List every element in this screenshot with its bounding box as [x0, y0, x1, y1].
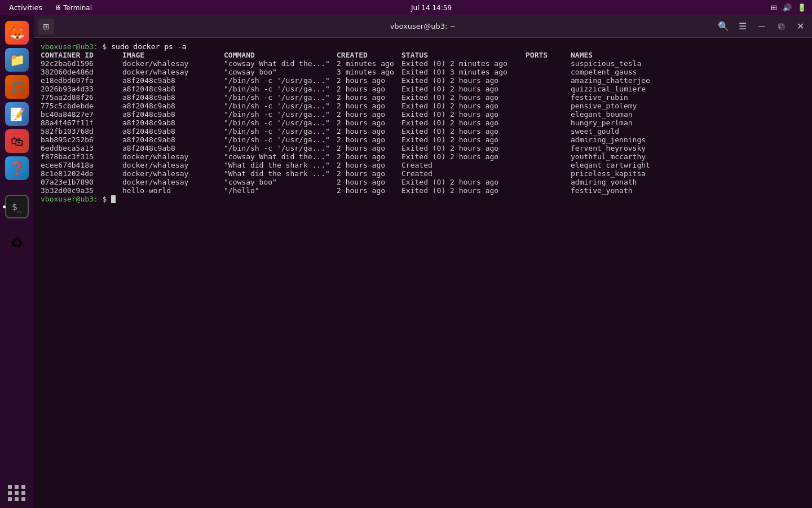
table-row: 6eddbeca5a13 a8f2048c9ab8 "/bin/sh -c '/… — [41, 144, 805, 152]
prompt1: vboxuser@ub3: — [41, 42, 98, 51]
cell-command: "cowsay boo" — [224, 68, 337, 76]
cell-names: elegant_bouman — [571, 110, 805, 119]
command-line: vboxuser@ub3: $ sudo docker ps -a — [41, 42, 805, 51]
cell-ports — [526, 186, 571, 195]
docker-table-header: CONTAINER ID IMAGE COMMAND CREATED STATU… — [41, 51, 805, 59]
dock-help[interactable]: ❓ — [5, 156, 29, 180]
cell-cid: 582fb103768d — [41, 127, 122, 135]
menu-button[interactable]: ☰ — [735, 19, 750, 34]
topbar-right-icons: ⊞ 🔊 🔋 — [771, 3, 806, 12]
table-row: 07a23e1b7890 docker/whalesay "cowsay boo… — [41, 178, 805, 186]
appstore-icon: 🛍 — [11, 134, 23, 148]
table-row: 3b32d00c9a35 hello-world "/hello" 2 hour… — [41, 186, 805, 195]
cell-command: "/hello" — [224, 186, 337, 195]
search-button[interactable]: 🔍 — [716, 19, 731, 34]
cell-status: Exited (0) 2 hours ago — [401, 119, 526, 127]
cell-image: a8f2048c9ab8 — [122, 144, 224, 152]
cell-command: "cowsay boo" — [224, 178, 337, 186]
texteditor-icon: 📝 — [10, 107, 25, 121]
application-dock: 🦊 📁 🎵 📝 🛍 ❓ $_ ♻ — [0, 15, 34, 508]
cell-command: "/bin/sh -c '/usr/ga..." — [224, 119, 337, 127]
terminal-title: vboxuser@ub3: ~ — [390, 22, 456, 30]
cell-created: 3 minutes ago — [337, 68, 401, 76]
dock-trash[interactable]: ♻ — [5, 231, 29, 255]
minimize-button[interactable]: ─ — [754, 19, 769, 34]
cell-ports — [526, 76, 571, 85]
cell-cid: 775aa2d88f26 — [41, 93, 122, 102]
dock-appstore[interactable]: 🛍 — [5, 129, 29, 153]
apps-grid-dot — [21, 497, 25, 501]
terminal-content[interactable]: vboxuser@ub3: $ sudo docker ps -a CONTAI… — [34, 38, 812, 508]
firefox-icon: 🦊 — [10, 26, 25, 40]
table-row: 8c1e812024de docker/whalesay "What did t… — [41, 169, 805, 178]
cell-status: Exited (0) 2 hours ago — [401, 144, 526, 152]
cell-ports — [526, 127, 571, 135]
cell-names: priceless_kapitsa — [571, 169, 805, 178]
cell-command: "What did the shark ..." — [224, 161, 337, 169]
header-status: STATUS — [401, 51, 526, 59]
cell-cid: 88a4f467f11f — [41, 119, 122, 127]
cell-cid: 8c1e812024de — [41, 169, 122, 178]
cell-names: amazing_chatterjee — [571, 76, 805, 85]
titlebar-controls: 🔍 ☰ ─ ⧉ ✕ — [716, 19, 807, 34]
dock-texteditor[interactable]: 📝 — [5, 102, 29, 126]
cell-status: Exited (0) 2 hours ago — [401, 152, 526, 161]
cell-command: "cowsay What did the..." — [224, 152, 337, 161]
grid-icon[interactable]: ⊞ — [771, 3, 777, 12]
cell-image: a8f2048c9ab8 — [122, 135, 224, 144]
cell-cid: bab895c252b6 — [41, 135, 122, 144]
maximize-button[interactable]: ⧉ — [774, 19, 788, 34]
cell-ports — [526, 93, 571, 102]
cell-ports — [526, 59, 571, 68]
terminal-icon: 🖥 — [55, 4, 61, 11]
cell-names: fervent_heyrovsky — [571, 144, 805, 152]
cell-command: "/bin/sh -c '/usr/ga..." — [224, 144, 337, 152]
table-row: 2026b93a4d33 a8f2048c9ab8 "/bin/sh -c '/… — [41, 85, 805, 93]
apps-grid-dot — [8, 485, 12, 489]
dock-rhythmbox[interactable]: 🎵 — [5, 75, 29, 99]
volume-icon[interactable]: 🔊 — [783, 3, 792, 12]
cell-ports — [526, 178, 571, 186]
dock-files[interactable]: 📁 — [5, 48, 29, 72]
cell-ports — [526, 135, 571, 144]
cell-status: Exited (0) 2 hours ago — [401, 135, 526, 144]
cell-image: a8f2048c9ab8 — [122, 85, 224, 93]
cell-cid: 3b32d00c9a35 — [41, 186, 122, 195]
cell-image: docker/whalesay — [122, 169, 224, 178]
header-image: IMAGE — [122, 51, 224, 59]
battery-icon[interactable]: 🔋 — [797, 3, 806, 12]
topbar: Activities 🖥 Terminal Jul 14 14:59 ⊞ 🔊 🔋 — [0, 0, 812, 15]
header-command: COMMAND — [224, 51, 337, 59]
terminal-tab-icon[interactable]: ⊞ — [38, 19, 54, 34]
prompt-symbol2: $ — [98, 195, 111, 203]
cell-cid: 775c5cbdebde — [41, 102, 122, 110]
activities-button[interactable]: Activities — [6, 3, 46, 12]
cell-status: Exited (0) 3 minutes ago — [401, 68, 526, 76]
cell-created: 2 hours ago — [337, 110, 401, 119]
table-row: e18edbd697fa a8f2048c9ab8 "/bin/sh -c '/… — [41, 76, 805, 85]
cell-status: Exited (0) 2 hours ago — [401, 102, 526, 110]
table-row: ecee674b418a docker/whalesay "What did t… — [41, 161, 805, 169]
cell-status: Created — [401, 169, 526, 178]
show-applications-button[interactable] — [8, 485, 26, 501]
cell-image: a8f2048c9ab8 — [122, 119, 224, 127]
cell-created: 2 hours ago — [337, 135, 401, 144]
cell-names: elegant_cartwright — [571, 161, 805, 169]
table-row: 92c2ba6d1596 docker/whalesay "cowsay Wha… — [41, 59, 805, 68]
titlebar-left: ⊞ — [38, 19, 54, 34]
table-row: 582fb103768d a8f2048c9ab8 "/bin/sh -c '/… — [41, 127, 805, 135]
dock-terminal[interactable]: $_ — [5, 195, 29, 218]
cell-image: a8f2048c9ab8 — [122, 93, 224, 102]
cell-command: "/bin/sh -c '/usr/ga..." — [224, 110, 337, 119]
dock-firefox[interactable]: 🦊 — [5, 21, 29, 45]
trash-icon: ♻ — [10, 234, 23, 251]
cell-cid: 382060de486d — [41, 68, 122, 76]
final-prompt-line: vboxuser@ub3: $ — [41, 195, 805, 203]
topbar-datetime: Jul 14 14:59 — [411, 4, 452, 12]
table-row: 775c5cbdebde a8f2048c9ab8 "/bin/sh -c '/… — [41, 102, 805, 110]
docker-table-body: 92c2ba6d1596 docker/whalesay "cowsay Wha… — [41, 59, 805, 195]
close-button[interactable]: ✕ — [793, 19, 807, 34]
cursor-blink — [111, 195, 116, 203]
cell-ports — [526, 144, 571, 152]
apps-grid-dot — [21, 485, 25, 489]
